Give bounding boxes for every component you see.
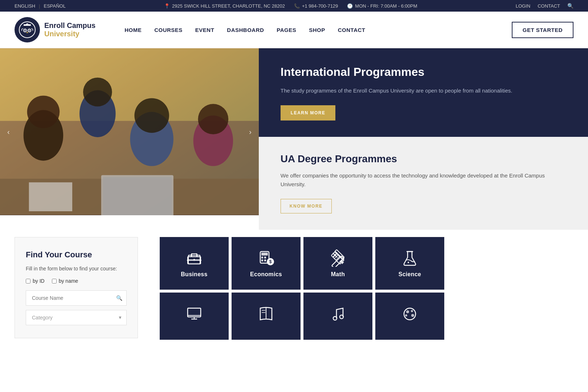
ruler-pencil-icon	[329, 249, 347, 267]
category-select[interactable]: Category Business Economics Math Science	[26, 310, 127, 325]
phone-text: +1 984-700-7129	[302, 3, 338, 9]
by-id-checkbox[interactable]: by ID	[26, 278, 45, 284]
course-name-field[interactable]: 🔍	[26, 290, 127, 306]
art-icon	[401, 305, 418, 323]
computer-icon	[185, 305, 203, 323]
course-card-math[interactable]: Math	[303, 237, 372, 290]
course-card-8[interactable]	[375, 293, 444, 340]
math-label: Math	[331, 271, 345, 278]
course-card-6[interactable]	[232, 293, 301, 340]
svg-point-22	[198, 104, 229, 134]
nav-dashboard[interactable]: DASHBOARD	[227, 27, 264, 33]
address-info: 📍 2925 SWICK HILL STREET, CHARLOTTE, NC …	[164, 3, 285, 9]
svg-rect-40	[261, 260, 263, 261]
science-label: Science	[399, 271, 421, 278]
svg-rect-24	[103, 177, 172, 215]
main-nav[interactable]: HOME COURSES EVENT DASHBOARD PAGES SHOP …	[124, 27, 365, 33]
by-name-label: by name	[59, 278, 78, 284]
svg-point-68	[411, 310, 413, 312]
svg-rect-37	[261, 253, 268, 256]
svg-point-8	[29, 30, 30, 31]
logo-icon	[15, 17, 40, 42]
nav-event[interactable]: EVENT	[195, 27, 215, 33]
hero-panel-degree: UA Degree Programmes We offer companies …	[259, 137, 588, 230]
by-id-label: by ID	[33, 278, 45, 284]
course-card-economics[interactable]: $ Economics	[232, 237, 301, 290]
svg-point-16	[27, 95, 60, 128]
svg-point-66	[404, 308, 416, 320]
degree-title: UA Degree Programmes	[281, 153, 566, 165]
calculator-dollar-icon: $	[257, 249, 275, 267]
course-card-business[interactable]: Business	[160, 237, 229, 290]
by-id-input[interactable]	[26, 279, 30, 283]
get-started-button[interactable]: GET STARTED	[512, 22, 573, 38]
svg-rect-39	[264, 257, 266, 258]
svg-rect-25	[29, 182, 72, 211]
svg-point-20	[134, 98, 169, 133]
svg-point-56	[412, 261, 413, 262]
top-bar-right[interactable]: LOGIN CONTACT 🔍	[516, 3, 573, 9]
location-icon: 📍	[164, 3, 170, 9]
phone-info: 📞 +1 984-700-7129	[294, 3, 338, 9]
search-icon[interactable]: 🔍	[116, 295, 122, 301]
flask-icon	[401, 249, 418, 267]
by-name-input[interactable]	[52, 279, 57, 283]
nav-home[interactable]: HOME	[124, 27, 142, 33]
lower-section: Find Your Course Fill in the form below …	[0, 215, 588, 362]
nav-courses[interactable]: COURSES	[154, 27, 183, 33]
top-bar-info: 📍 2925 SWICK HILL STREET, CHARLOTTE, NC …	[77, 3, 505, 9]
by-name-checkbox[interactable]: by name	[52, 278, 78, 284]
category-wrapper[interactable]: Category Business Economics Math Science…	[26, 310, 127, 325]
learn-more-button[interactable]: LEARN MORE	[281, 105, 336, 121]
next-arrow[interactable]: ›	[249, 128, 252, 136]
hero-section: ‹ › International Programmes The study p…	[0, 48, 588, 215]
svg-point-67	[406, 310, 409, 313]
hours-text: MON - FRI: 7:00AM - 6:00PM	[355, 3, 417, 9]
hero-panel-international: International Programmes The study progr…	[259, 48, 588, 137]
book-icon	[257, 305, 275, 323]
svg-point-55	[408, 262, 409, 263]
hero-image: ‹ ›	[0, 48, 259, 215]
svg-point-69	[405, 314, 407, 317]
course-card-7[interactable]	[303, 293, 372, 340]
degree-description: We offer companies the opportunity to ac…	[281, 171, 566, 189]
svg-point-7	[25, 30, 26, 31]
hours-info: 🕐 MON - FRI: 7:00AM - 6:00PM	[347, 3, 417, 9]
find-course-description: Fill in the form below to find your cour…	[26, 265, 127, 273]
contact-link[interactable]: CONTACT	[538, 3, 560, 9]
logo-text: Enroll Campus University	[44, 21, 95, 38]
music-icon	[329, 305, 347, 323]
international-title: International Programmes	[281, 65, 566, 80]
prev-arrow[interactable]: ‹	[7, 128, 10, 136]
business-label: Business	[181, 271, 208, 278]
svg-marker-9	[26, 32, 28, 33]
search-icon[interactable]: 🔍	[567, 3, 573, 9]
top-bar: ENGLISH | ESPAÑOL 📍 2925 SWICK HILL STRE…	[0, 0, 588, 12]
course-card-5[interactable]	[160, 293, 229, 340]
svg-rect-38	[261, 257, 263, 258]
address-text: 2925 SWICK HILL STREET, CHARLOTTE, NC 28…	[172, 3, 285, 9]
lang-espanol[interactable]: ESPAÑOL	[44, 3, 65, 9]
language-switcher[interactable]: ENGLISH | ESPAÑOL	[15, 3, 66, 9]
logo-line2: University	[44, 30, 95, 38]
course-grid: Business $ Economics	[160, 237, 573, 340]
lang-english[interactable]: ENGLISH	[15, 3, 35, 9]
course-name-input[interactable]	[26, 290, 127, 306]
find-course-title: Find Your Course	[26, 250, 127, 260]
nav-shop[interactable]: SHOP	[309, 27, 325, 33]
clock-icon: 🕐	[347, 3, 353, 9]
nav-pages[interactable]: PAGES	[277, 27, 296, 33]
nav-contact[interactable]: CONTACT	[338, 27, 366, 33]
international-description: The study programmes of the Enroll Campu…	[281, 86, 566, 95]
course-card-science[interactable]: Science	[375, 237, 444, 290]
svg-point-18	[83, 78, 112, 107]
svg-rect-49	[331, 251, 344, 264]
know-more-button[interactable]: KNOW MORE	[281, 199, 332, 213]
checkbox-row[interactable]: by ID by name	[26, 278, 127, 284]
briefcase-icon	[185, 249, 203, 267]
logo[interactable]: Enroll Campus University	[15, 17, 95, 42]
phone-icon: 📞	[294, 3, 300, 9]
main-header: Enroll Campus University HOME COURSES EV…	[0, 12, 588, 48]
students-image	[0, 48, 259, 215]
login-link[interactable]: LOGIN	[516, 3, 530, 9]
